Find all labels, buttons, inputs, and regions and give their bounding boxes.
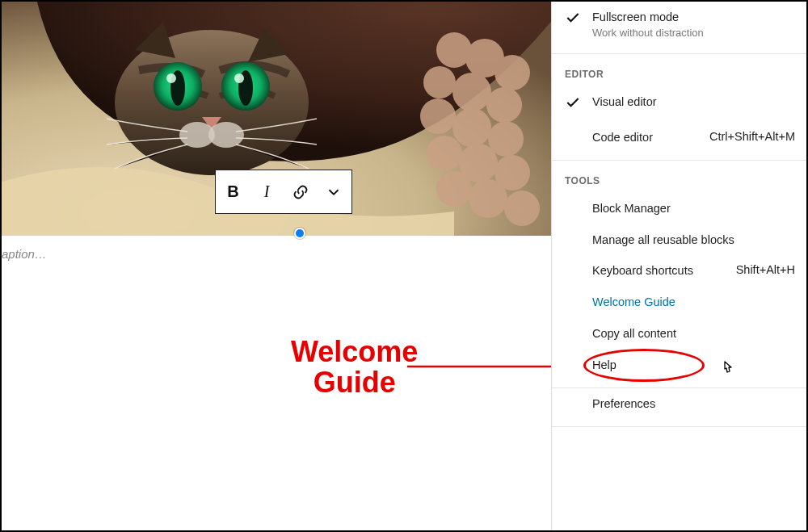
- menu-item[interactable]: Welcome Guide: [552, 287, 806, 318]
- menu-group-header: Editor: [552, 54, 806, 86]
- more-button[interactable]: [318, 170, 350, 213]
- menu-item[interactable]: Manage all reusable blocks: [552, 224, 806, 256]
- annotation-arrow: [407, 357, 575, 376]
- menu-item[interactable]: Visual editor: [552, 86, 806, 122]
- caption-placeholder[interactable]: aption…: [2, 247, 47, 261]
- italic-button[interactable]: I: [250, 170, 283, 213]
- menu-item[interactable]: Code editorCtrl+Shift+Alt+M: [552, 122, 806, 153]
- resize-handle[interactable]: [294, 228, 305, 239]
- menu-item[interactable]: Fullscreen modeWork without distraction: [552, 2, 806, 47]
- menu-item-label: Visual editor: [592, 94, 795, 110]
- menu-item-label: Preferences: [592, 396, 795, 412]
- editor-canvas: B I aption… Welcome Guide: [2, 2, 551, 530]
- editor-window: B I aption… Welcome Guide Fullscreen mod…: [0, 0, 808, 532]
- svg-point-16: [420, 98, 456, 134]
- menu-group-header: Tools: [552, 161, 806, 193]
- menu-group: Fullscreen modeWork without distraction: [552, 2, 806, 54]
- menu-item-label: Welcome Guide: [592, 295, 795, 310]
- svg-point-13: [423, 66, 456, 98]
- options-menu: Fullscreen modeWork without distractionE…: [551, 2, 806, 530]
- menu-item-shortcut: Shift+Alt+H: [728, 263, 795, 276]
- menu-item-label: Fullscreen mode: [592, 10, 795, 25]
- svg-point-12: [494, 55, 530, 90]
- menu-group: Preferences: [552, 388, 806, 427]
- menu-group: EditorVisual editorCode editorCtrl+Shift…: [552, 54, 806, 161]
- menu-item-label: Help: [592, 358, 795, 373]
- svg-point-19: [427, 136, 462, 171]
- annotation-label: Welcome Guide: [291, 337, 418, 398]
- link-button[interactable]: [284, 170, 317, 213]
- svg-point-15: [486, 87, 522, 123]
- svg-point-7: [234, 73, 244, 83]
- menu-item-shortcut: Ctrl+Shift+Alt+M: [701, 130, 795, 143]
- chevron-down-icon: [325, 183, 343, 201]
- menu-item[interactable]: Block Manager: [552, 193, 806, 224]
- svg-point-22: [436, 171, 472, 207]
- menu-item[interactable]: Keyboard shortcutsShift+Alt+H: [552, 255, 806, 287]
- svg-point-14: [452, 73, 491, 111]
- svg-point-6: [166, 73, 176, 83]
- menu-item-label: Manage all reusable blocks: [592, 232, 795, 248]
- svg-point-24: [504, 191, 540, 226]
- menu-group: ToolsBlock ManagerManage all reusable bl…: [552, 161, 806, 388]
- menu-item[interactable]: Copy all content: [552, 318, 806, 350]
- menu-item-label: Copy all content: [592, 326, 795, 341]
- check-icon: [565, 94, 592, 114]
- menu-item[interactable]: Preferences: [552, 388, 806, 420]
- menu-item-sublabel: Work without distraction: [592, 27, 795, 39]
- menu-item-label: Code editor: [592, 130, 701, 145]
- menu-item[interactable]: Help: [552, 350, 806, 381]
- menu-item-label: Block Manager: [592, 201, 795, 216]
- bold-button[interactable]: B: [217, 170, 250, 213]
- svg-point-17: [452, 108, 491, 147]
- check-icon: [565, 10, 592, 29]
- svg-point-9: [208, 122, 244, 148]
- block-toolbar: B I: [215, 170, 352, 214]
- menu-item-label: Keyboard shortcuts: [592, 263, 728, 279]
- svg-point-23: [469, 179, 507, 218]
- link-icon: [292, 183, 309, 201]
